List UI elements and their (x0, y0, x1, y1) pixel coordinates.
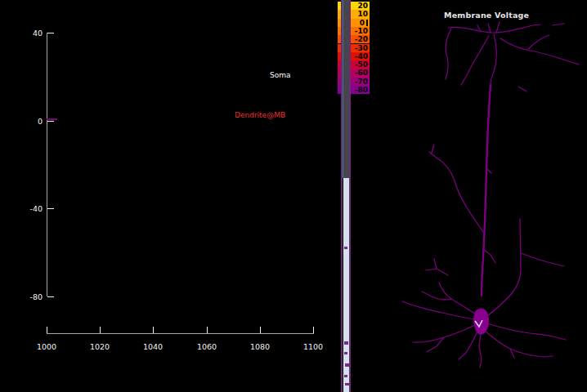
color-scale-value: -10 (351, 27, 370, 35)
x-tick (313, 327, 314, 333)
sliver-lower-strip (343, 178, 349, 392)
y-tick (47, 33, 54, 33)
y-tick (47, 208, 54, 209)
x-tick-label: 1100 (299, 342, 327, 351)
color-scale-swatch (338, 52, 341, 60)
color-scale-swatch (338, 19, 341, 27)
y-tick-label: -80 (20, 292, 43, 301)
color-scale-value: -20 (351, 35, 370, 43)
y-tick-label: 0 (20, 117, 43, 126)
trace-start-segment (47, 118, 57, 120)
x-tick (207, 327, 208, 333)
x-tick-label: 1000 (33, 342, 60, 351)
color-scale-value: -40 (351, 52, 370, 60)
sliver-mark (344, 341, 348, 345)
dendrite-trace-label[interactable]: Dendrite@MB (235, 111, 285, 119)
y-tick-label: -40 (20, 204, 43, 213)
sliver-mark (344, 247, 347, 249)
x-tick-label: 1020 (86, 342, 114, 351)
x-tick-label: 1060 (193, 342, 221, 351)
color-scale-value: -50 (351, 60, 370, 69)
y-tick (47, 121, 54, 122)
shape-plot-canvas[interactable] (352, 0, 587, 392)
y-tick (47, 296, 54, 297)
y-tick-label: 40 (20, 29, 43, 38)
color-scale-swatch (338, 60, 341, 69)
neuron-app-screen: 400-40-80 100010201040106010801100 Soma … (0, 0, 587, 392)
color-scale-swatch (338, 78, 341, 86)
voltage-graph-canvas[interactable]: 400-40-80 100010201040106010801100 Soma … (0, 0, 338, 392)
color-scale-swatch (338, 27, 341, 35)
x-tick (260, 327, 261, 333)
color-scale-value: 20 (351, 2, 370, 10)
shape-plot-title: Membrane Voltage (444, 11, 529, 20)
color-scale-caret (366, 20, 369, 27)
color-scale-value: 10 (351, 10, 370, 18)
sliver-mark (344, 352, 347, 354)
sliver-upper-strip (343, 0, 349, 178)
color-scale-swatch (338, 44, 341, 52)
sliver-mark (344, 375, 347, 377)
x-tick (153, 327, 154, 333)
x-tick (47, 327, 47, 333)
color-scale-swatch (338, 10, 341, 18)
x-axis-line (47, 333, 314, 334)
color-scale-swatch (338, 69, 341, 77)
x-tick-label: 1080 (246, 342, 274, 351)
soma-trace-label[interactable]: Soma (270, 71, 291, 79)
sliver-mark (345, 383, 349, 385)
color-scale-value: -70 (351, 78, 370, 86)
x-tick-label: 1040 (139, 342, 167, 351)
color-scale-value: -30 (351, 44, 370, 52)
color-scale-swatch (338, 35, 341, 43)
color-scale-value: -80 (351, 86, 370, 94)
x-tick (100, 327, 101, 333)
y-axis-line (47, 33, 47, 296)
color-scale-value: -60 (351, 69, 370, 77)
color-scale-swatch (338, 86, 341, 94)
color-scale-swatch (338, 2, 341, 10)
color-scale-value: 0 (351, 19, 370, 27)
sliver-mark (345, 363, 349, 367)
